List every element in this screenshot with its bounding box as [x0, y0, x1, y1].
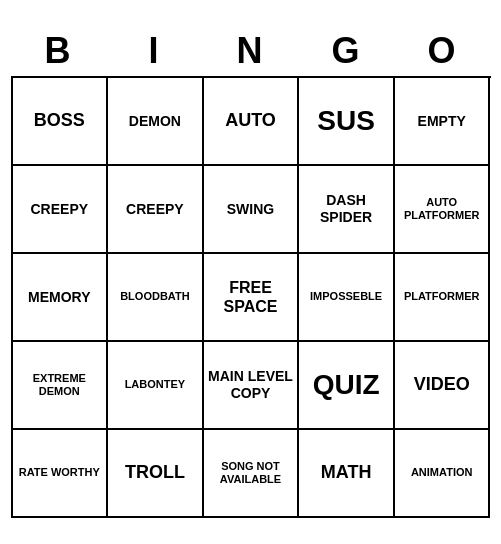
bingo-cell: BOSS	[13, 78, 109, 166]
bingo-cell: EXTREME DEMON	[13, 342, 109, 430]
bingo-card: B I N G O BOSSDEMONAUTOSUSEMPTYCREEPYCRE…	[11, 26, 491, 518]
letter-g: G	[299, 26, 395, 76]
bingo-cell: EMPTY	[395, 78, 491, 166]
bingo-cell: IMPOSSEBLE	[299, 254, 395, 342]
bingo-header: B I N G O	[11, 26, 491, 76]
bingo-cell: VIDEO	[395, 342, 491, 430]
bingo-cell: LABONTEY	[108, 342, 204, 430]
bingo-cell: RATE WORTHY	[13, 430, 109, 518]
bingo-cell: BLOODBATH	[108, 254, 204, 342]
bingo-cell: MAIN LEVEL COPY	[204, 342, 300, 430]
bingo-cell: DASH SPIDER	[299, 166, 395, 254]
letter-n: N	[203, 26, 299, 76]
bingo-cell: AUTO PLATFORMER	[395, 166, 491, 254]
bingo-cell: CREEPY	[13, 166, 109, 254]
bingo-cell: TROLL	[108, 430, 204, 518]
bingo-cell: SUS	[299, 78, 395, 166]
bingo-cell: QUIZ	[299, 342, 395, 430]
bingo-cell: CREEPY	[108, 166, 204, 254]
letter-i: I	[107, 26, 203, 76]
bingo-cell: ANIMATION	[395, 430, 491, 518]
bingo-cell: PLATFORMER	[395, 254, 491, 342]
bingo-cell: DEMON	[108, 78, 204, 166]
bingo-cell: FREE SPACE	[204, 254, 300, 342]
bingo-cell: MATH	[299, 430, 395, 518]
letter-o: O	[395, 26, 491, 76]
bingo-cell: AUTO	[204, 78, 300, 166]
letter-b: B	[11, 26, 107, 76]
bingo-cell: MEMORY	[13, 254, 109, 342]
bingo-cell: SWING	[204, 166, 300, 254]
bingo-grid: BOSSDEMONAUTOSUSEMPTYCREEPYCREEPYSWINGDA…	[11, 76, 491, 518]
bingo-cell: SONG NOT AVAILABLE	[204, 430, 300, 518]
